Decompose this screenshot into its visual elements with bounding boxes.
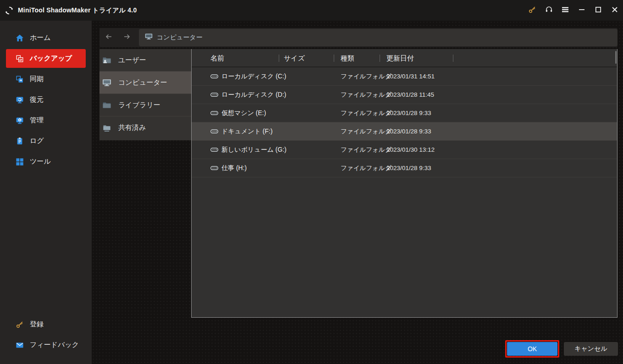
library-folder-icon (102, 100, 111, 110)
category-item-label: ユーザー (118, 56, 146, 65)
support-button[interactable] (540, 0, 557, 21)
column-header-size[interactable]: サイズ (279, 49, 334, 67)
sidebar-item-label: ログ (30, 137, 44, 145)
sidebar-item-label: 管理 (30, 116, 44, 125)
file-modified: 2023/01/28 9:33 (380, 165, 453, 171)
cancel-button[interactable]: キャンセル (564, 342, 618, 356)
category-item-computer[interactable]: コンピューター (99, 72, 191, 94)
scrollbar-thumb[interactable] (615, 51, 617, 64)
app-logo-icon (4, 6, 14, 16)
ok-button[interactable]: OK (507, 342, 557, 356)
table-row-drive-g[interactable]: 新しいボリューム (G:) ファイルフォルダ 2023/01/30 13:12 (192, 141, 617, 159)
titlebar-controls (524, 0, 623, 21)
location-panel: ユーザー コンピューター (99, 49, 191, 140)
column-header-name[interactable]: 名前 (192, 49, 279, 67)
sidebar-bottom: 登録 フィードバック (0, 315, 92, 364)
table-row-drive-h[interactable]: 仕事 (H:) ファイルフォルダ 2023/01/28 9:33 (192, 159, 617, 177)
manage-icon (16, 116, 24, 125)
file-modified: 2023/01/28 9:33 (380, 128, 453, 135)
sidebar-item-home[interactable]: ホーム (6, 28, 86, 47)
sidebar-nav: ホーム バックアップ (0, 21, 92, 173)
file-type: ファイルフォルダ (334, 127, 380, 136)
minimize-icon (579, 6, 585, 15)
column-header-extra (453, 49, 617, 67)
column-header-type[interactable]: 種類 (334, 49, 380, 67)
sidebar-item-tools[interactable]: ツール (6, 152, 86, 171)
close-icon (612, 6, 618, 15)
file-modified: 2023/01/28 9:33 (380, 110, 453, 116)
back-button[interactable] (99, 28, 118, 47)
sidebar-item-label: 登録 (30, 320, 44, 329)
address-bar[interactable]: コンピューター (139, 29, 617, 46)
sidebar-item-backup[interactable]: バックアップ (6, 49, 86, 68)
sidebar-item-manage[interactable]: 管理 (6, 111, 86, 130)
table-row-drive-d[interactable]: ローカルディスク (D:) ファイルフォルダ 2023/01/28 11:45 (192, 86, 617, 104)
ok-button-highlight-annotation: OK (505, 340, 559, 358)
title-bar: MiniTool ShadowMaker トライアル 4.0 (0, 0, 623, 21)
sidebar-item-label: バックアップ (30, 54, 72, 63)
category-item-libraries[interactable]: ライブラリー (99, 94, 191, 116)
sidebar-item-label: ツール (30, 157, 51, 166)
computer-icon (102, 78, 111, 87)
key-icon (16, 320, 24, 329)
tools-icon (16, 158, 24, 166)
drive-icon (210, 74, 219, 79)
sidebar-item-label: ホーム (30, 33, 51, 42)
close-button[interactable] (606, 0, 623, 21)
sync-icon (16, 75, 24, 83)
maximize-icon (595, 6, 601, 15)
sidebar-item-label: 復元 (30, 95, 44, 104)
file-modified: 2023/01/30 13:12 (380, 146, 453, 153)
app-title: MiniTool ShadowMaker トライアル 4.0 (18, 6, 137, 15)
sidebar-item-restore[interactable]: 復元 (6, 90, 86, 109)
home-icon (16, 34, 24, 42)
arrow-left-icon (105, 33, 113, 43)
restore-icon (16, 96, 24, 104)
computer-icon (145, 33, 153, 42)
app-window: MiniTool ShadowMaker トライアル 4.0 (0, 0, 623, 364)
main-content: コンピューター ユーザー (92, 21, 623, 364)
file-name: 新しいボリューム (G:) (221, 146, 287, 154)
file-modified: 2023/01/28 11:45 (380, 91, 453, 98)
menu-button[interactable] (557, 0, 573, 21)
drive-icon (210, 148, 219, 152)
sidebar-item-label: 同期 (30, 75, 44, 83)
drive-icon (210, 111, 219, 116)
category-item-label: ライブラリー (118, 101, 160, 110)
forward-button[interactable] (118, 28, 136, 47)
column-header-modified[interactable]: 更新日付 (380, 49, 453, 67)
file-name: ローカルディスク (D:) (221, 91, 287, 99)
sidebar: ホーム バックアップ (0, 21, 92, 364)
file-table-header: 名前 サイズ 種類 更新日付 (192, 49, 617, 67)
headset-icon (545, 5, 553, 16)
file-name: ローカルディスク (C:) (221, 72, 287, 81)
table-row-drive-c[interactable]: ローカルディスク (C:) ファイルフォルダ 2023/01/31 14:51 (192, 67, 617, 86)
category-item-label: 共有済み (118, 123, 146, 132)
register-key-button[interactable] (524, 0, 540, 21)
file-name: ドキュメント (F:) (221, 127, 273, 136)
shared-folder-icon (102, 123, 111, 132)
arrow-right-icon (123, 33, 131, 43)
category-item-users[interactable]: ユーザー (99, 49, 191, 72)
drive-icon (210, 93, 219, 97)
file-name: 仮想マシン (E:) (221, 109, 266, 117)
user-folder-icon (102, 55, 111, 65)
sidebar-item-feedback[interactable]: フィードバック (6, 336, 86, 354)
file-name: 仕事 (H:) (221, 164, 247, 172)
sidebar-item-label: フィードバック (30, 341, 79, 349)
category-item-shared[interactable]: 共有済み (99, 116, 191, 139)
file-type: ファイルフォルダ (334, 164, 380, 172)
file-type: ファイルフォルダ (334, 72, 380, 81)
file-type: ファイルフォルダ (334, 146, 380, 154)
feedback-icon (16, 341, 24, 349)
breadcrumb: コンピューター (157, 33, 203, 42)
navigation-bar: コンピューター (99, 28, 617, 47)
sidebar-item-register[interactable]: 登録 (6, 315, 86, 334)
minimize-button[interactable] (573, 0, 590, 21)
category-item-label: コンピューター (118, 78, 167, 87)
table-row-drive-e[interactable]: 仮想マシン (E:) ファイルフォルダ 2023/01/28 9:33 (192, 104, 617, 122)
sidebar-item-sync[interactable]: 同期 (6, 70, 86, 88)
maximize-button[interactable] (590, 0, 606, 21)
sidebar-item-log[interactable]: ログ (6, 132, 86, 150)
table-row-drive-f[interactable]: ドキュメント (F:) ファイルフォルダ 2023/01/28 9:33 (192, 122, 617, 141)
